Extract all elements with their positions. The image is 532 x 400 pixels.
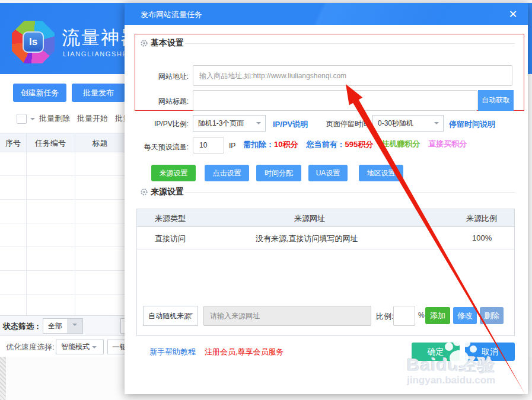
table-row	[0, 152, 125, 176]
col-title: 标题	[75, 138, 125, 149]
source-table-panel: 来源类型 来源网址 来源比例 直接访问 没有来源,直接访问填写的网址 100% …	[136, 209, 515, 336]
basic-section-title: 基本设置	[151, 38, 184, 49]
source-col-type: 来源类型	[155, 213, 186, 224]
tab-click-settings[interactable]: 点击设置	[205, 165, 249, 181]
batch-partial-link[interactable]: 批量	[115, 113, 125, 124]
batch-toolbar: 批量删除 批量开始 批量	[0, 111, 125, 132]
chevron-down-icon	[189, 313, 193, 318]
batch-delete-link[interactable]: 批量删除	[39, 113, 70, 124]
site-url-input[interactable]	[193, 65, 512, 86]
desktop-texture	[0, 357, 6, 400]
speed-mode-select[interactable]: 智能模式	[56, 340, 104, 354]
tab-region-settings[interactable]: 地区设置	[359, 165, 403, 181]
table-row	[0, 295, 125, 315]
modify-source-button[interactable]: 修改	[453, 307, 477, 324]
tab-source-settings[interactable]: 来源设置	[151, 165, 196, 181]
one-key-button-clipped[interactable]: 一键	[107, 340, 125, 354]
source-row-url: 没有来源,直接访问填写的网址	[256, 233, 358, 244]
delete-source-button[interactable]: 删除	[480, 307, 504, 324]
chevron-down-icon	[67, 319, 82, 333]
stay-time-value: 0-30秒随机	[378, 119, 413, 129]
ratio-label: 比例:	[376, 311, 394, 322]
daily-traffic-unit: IP	[229, 142, 235, 150]
status-filter-label: 状态筛选：	[3, 321, 42, 332]
section-divider	[185, 192, 515, 193]
table-divider	[75, 133, 75, 315]
source-col-ratio: 来源比例	[466, 213, 497, 224]
speed-select-bar: 优化速度选择: 智能模式 一键	[0, 335, 125, 357]
stay-help-link[interactable]: 停留时间说明	[449, 119, 495, 130]
col-task-id: 任务编号	[26, 138, 75, 149]
task-table-header: 序号 任务编号 标题	[0, 133, 125, 152]
app-logo-monogram: ls	[23, 31, 44, 53]
source-url-input[interactable]	[203, 306, 371, 326]
balance-info: 您当前有：595积分	[306, 139, 373, 150]
points-info-row: 需扣除：10积分 您当前有：595积分 挂机赚积分 直接买积分	[243, 139, 467, 150]
stay-time-label: 页面停留时间:	[276, 119, 371, 129]
create-task-button[interactable]: 创建新任务	[13, 84, 66, 102]
source-row-ratio: 100%	[472, 233, 492, 242]
site-url-label: 网站地址:	[125, 72, 189, 82]
buy-points-link[interactable]: 直接买积分	[428, 139, 467, 150]
earn-points-link[interactable]: 挂机赚积分	[381, 139, 420, 150]
site-title-input[interactable]	[193, 90, 477, 111]
table-row	[0, 223, 125, 247]
source-type-value: 自动随机来源	[148, 311, 191, 321]
speed-select-label: 优化速度选择:	[6, 342, 55, 353]
source-table-row: 直接访问 没有来源,直接访问填写的网址 100%	[137, 227, 514, 249]
chevron-down-icon[interactable]	[30, 118, 35, 123]
speed-mode-value: 智能模式	[61, 342, 90, 352]
source-table-header: 来源类型 来源网址 来源比例	[137, 209, 514, 227]
status-filter-bar: 状态筛选： 全部	[0, 315, 125, 335]
chevron-down-icon	[256, 122, 261, 127]
cancel-button[interactable]: 取消	[465, 343, 515, 361]
confirm-button[interactable]: 确定	[412, 343, 460, 361]
ippv-ratio-select[interactable]: 随机1-3个页面	[193, 115, 266, 132]
source-col-url: 来源网址	[294, 213, 325, 224]
site-title-label: 网站标题:	[125, 97, 189, 107]
select-all-checkbox[interactable]	[17, 114, 27, 124]
ippv-ratio-label: IP/PV比例:	[125, 119, 189, 129]
table-row	[0, 247, 125, 271]
status-filter-select[interactable]: 全部	[43, 318, 83, 334]
deduct-info: 需扣除：10积分	[243, 139, 298, 150]
publish-task-dialog: 发布网站流量任务 ✕ 基本设置 网站地址: 网站标题: 自动获取 IP/PV比例…	[125, 3, 528, 394]
auto-fetch-button[interactable]: 自动获取	[478, 90, 514, 111]
dialog-titlebar: 发布网站流量任务 ✕	[125, 3, 528, 25]
table-row	[0, 271, 125, 295]
chevron-down-icon	[92, 346, 97, 351]
register-member-link[interactable]: 注册会员,尊享会员服务	[205, 347, 284, 357]
col-serial: 序号	[0, 138, 26, 149]
tab-ua-settings[interactable]: UA设置	[308, 165, 348, 181]
percent-sign: %	[418, 311, 425, 319]
source-type-select[interactable]: 自动随机来源	[143, 306, 198, 326]
status-filter-value: 全部	[48, 321, 62, 331]
close-icon[interactable]: ✕	[506, 7, 520, 21]
table-row	[0, 200, 125, 223]
gear-icon	[140, 39, 148, 47]
ratio-input[interactable]	[393, 306, 415, 326]
dialog-title: 发布网站流量任务	[141, 9, 202, 20]
stay-time-select[interactable]: 0-30秒随机	[372, 115, 444, 132]
table-divider	[26, 133, 27, 315]
source-row-type: 直接访问	[155, 233, 186, 244]
daily-traffic-label: 每天预设流量:	[125, 142, 189, 152]
section-divider	[185, 43, 515, 44]
gear-icon	[140, 188, 148, 196]
daily-traffic-input[interactable]	[193, 137, 224, 153]
table-row	[0, 176, 125, 200]
screen: ls 流量神器 LIANGLIANGSHENQI 创建新任务 批量发布 批量删除…	[0, 0, 532, 400]
ippv-ratio-value: 随机1-3个页面	[198, 119, 244, 129]
source-section-title: 来源设置	[151, 187, 184, 197]
beginner-help-link[interactable]: 新手帮助教程	[149, 347, 196, 357]
batch-start-link[interactable]: 批量开始	[77, 113, 108, 124]
add-source-button[interactable]: 添加	[425, 307, 450, 324]
tab-time-allocation[interactable]: 时间分配	[256, 165, 301, 181]
task-table-body	[0, 152, 125, 315]
chevron-down-icon	[434, 122, 439, 127]
batch-publish-button[interactable]: 批量发布	[72, 84, 125, 102]
